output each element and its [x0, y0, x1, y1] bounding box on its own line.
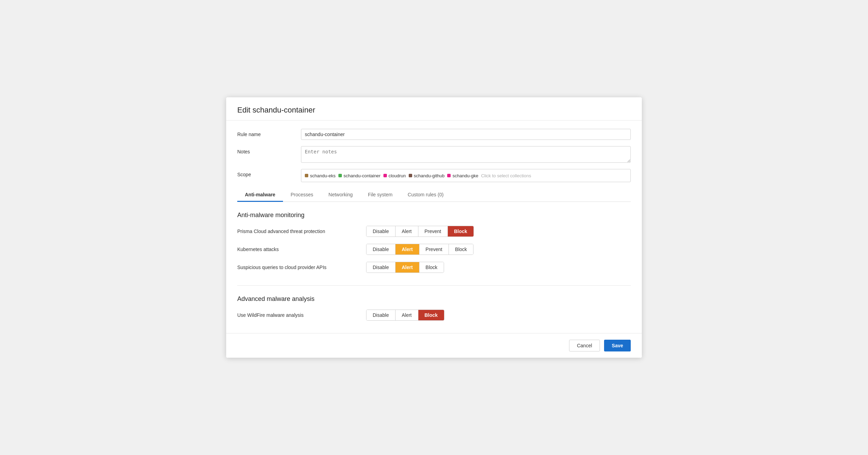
edit-modal: Edit schandu-container Rule name Notes S… — [226, 97, 642, 358]
prevent-button[interactable]: Prevent — [419, 244, 449, 255]
disable-button[interactable]: Disable — [366, 244, 396, 255]
tab-networking[interactable]: Networking — [321, 188, 360, 202]
disable-button[interactable]: Disable — [366, 262, 396, 273]
anti-malware-monitoring-title: Anti-malware monitoring — [237, 212, 631, 219]
button-group: DisableAlertBlock — [366, 310, 444, 321]
rule-name-input[interactable] — [301, 129, 631, 140]
cancel-button[interactable]: Cancel — [569, 340, 600, 351]
modal-header: Edit schandu-container — [226, 97, 642, 121]
block-button[interactable]: Block — [449, 244, 473, 255]
tabs: Anti-malwareProcessesNetworkingFile syst… — [237, 188, 631, 202]
block-button[interactable]: Block — [418, 310, 444, 320]
button-group: DisableAlertPreventBlock — [366, 244, 473, 255]
setting-label: Suspicious queries to cloud provider API… — [237, 265, 355, 270]
setting-label: Prisma Cloud advanced threat protection — [237, 229, 355, 234]
setting-row: Use WildFire malware analysisDisableAler… — [237, 310, 631, 321]
block-button[interactable]: Block — [419, 262, 444, 273]
notes-row: Notes — [237, 146, 631, 163]
rule-name-label: Rule name — [237, 129, 293, 137]
tab-custom-rules-0[interactable]: Custom rules (0) — [400, 188, 451, 202]
tab-file-system[interactable]: File system — [360, 188, 400, 202]
button-group: DisableAlertPreventBlock — [366, 226, 474, 237]
scope-tag: cloudrun — [383, 173, 406, 178]
scope-tag: schandu-gke — [447, 173, 478, 178]
setting-row: Prisma Cloud advanced threat protectionD… — [237, 226, 631, 237]
modal-title: Edit schandu-container — [237, 106, 631, 115]
modal-footer: Cancel Save — [226, 333, 642, 358]
scope-tag: schandu-eks — [305, 173, 336, 178]
disable-button[interactable]: Disable — [366, 226, 396, 237]
scope-label: Scope — [237, 169, 293, 177]
setting-row: Suspicious queries to cloud provider API… — [237, 262, 631, 273]
alert-button[interactable]: Alert — [396, 244, 419, 255]
advanced-malware-section: Advanced malware analysis Use WildFire m… — [237, 286, 631, 333]
setting-label: Kubernetes attacks — [237, 247, 355, 252]
scope-field[interactable]: schandu-eksschandu-containercloudrunscha… — [301, 169, 631, 182]
alert-button[interactable]: Alert — [396, 310, 418, 320]
notes-input[interactable] — [301, 146, 631, 163]
prevent-button[interactable]: Prevent — [418, 226, 448, 237]
tab-processes[interactable]: Processes — [283, 188, 321, 202]
scope-placeholder: Click to select collections — [481, 173, 531, 178]
advanced-malware-title: Advanced malware analysis — [237, 295, 631, 303]
setting-row: Kubernetes attacksDisableAlertPreventBlo… — [237, 244, 631, 255]
save-button[interactable]: Save — [604, 340, 631, 351]
alert-button[interactable]: Alert — [396, 226, 418, 237]
block-button[interactable]: Block — [448, 226, 473, 237]
scope-tag: schandu-container — [338, 173, 381, 178]
scope-row: Scope schandu-eksschandu-containercloudr… — [237, 169, 631, 182]
modal-body: Rule name Notes Scope schandu-eksschandu… — [226, 121, 642, 333]
button-group: DisableAlertBlock — [366, 262, 444, 273]
anti-malware-monitoring-section: Anti-malware monitoring Prisma Cloud adv… — [237, 202, 631, 285]
disable-button[interactable]: Disable — [366, 310, 396, 320]
setting-label: Use WildFire malware analysis — [237, 312, 355, 318]
alert-button[interactable]: Alert — [396, 262, 419, 273]
tab-anti-malware[interactable]: Anti-malware — [237, 188, 283, 202]
notes-label: Notes — [237, 146, 293, 154]
rule-name-row: Rule name — [237, 129, 631, 140]
scope-tag: schandu-github — [409, 173, 445, 178]
